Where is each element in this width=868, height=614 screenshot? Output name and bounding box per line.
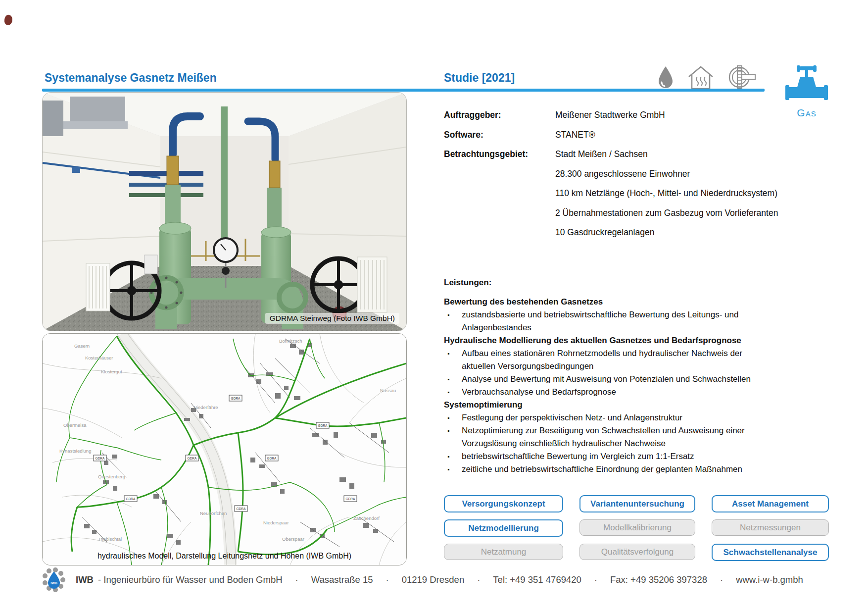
tag-label: Modellkalibrierung (603, 523, 672, 533)
media-icons (657, 64, 761, 90)
header-divider (42, 89, 765, 92)
footer-street: Wasastraße 15 (311, 574, 373, 585)
fact-value: 10 Gasdruckregelanlagen (555, 227, 810, 247)
tag-versorgungskonzept: Versorgungskonzept (444, 495, 563, 512)
service-item: betriebswirtschaftliche Bewertung im Ver… (444, 450, 773, 463)
svg-text:GDRA: GDRA (237, 507, 246, 511)
svg-text:Kosterhäuser: Kosterhäuser (85, 355, 113, 360)
tag-label: Versorgungskonzept (462, 499, 545, 509)
fact-value: Stadt Meißen / Sachsen (555, 149, 810, 169)
fact-value: 2 Übernahmestationen zum Gasbezug vom Vo… (555, 208, 810, 228)
svg-text:GDRA: GDRA (96, 457, 105, 460)
pipe-network-icon (727, 65, 756, 90)
svg-text:Klostergut: Klostergut (101, 369, 122, 374)
tag-label: Netzatmung (481, 547, 527, 557)
fact-label (444, 208, 555, 228)
tag-asset-management: Asset Management (712, 495, 829, 512)
corner-mark (3, 14, 13, 26)
service-group-title: Systemoptimierung (444, 399, 802, 411)
tag-netzatmung: Netzatmung (444, 544, 563, 560)
station-photo: GDRMA Steinweg (Foto IWB GmbH) (42, 92, 407, 331)
service-item: Analyse und Bewertung mit Ausweisung von… (444, 373, 773, 386)
svg-text:Nassau: Nassau (380, 388, 396, 393)
svg-text:Niederspaar: Niederspaar (263, 520, 289, 525)
svg-text:Zaschendorf: Zaschendorf (353, 515, 380, 521)
station-photo-illustration (43, 93, 406, 331)
fact-label: Betrachtungsgebiet: (444, 149, 555, 169)
reference-sheet-page: Systemanalyse Gasnetz Meißen Studie [202… (0, 0, 868, 614)
handwheel-right (312, 258, 365, 311)
study-year-label: Studie [2021] (444, 71, 515, 85)
radiator-right (357, 257, 387, 312)
svg-text:Bohnitzsch: Bohnitzsch (279, 338, 302, 344)
svg-text:Gasern: Gasern (74, 343, 90, 349)
tag-label: Asset Management (732, 499, 809, 509)
service-group-title: Hydraulische Modellierung des aktuellen … (444, 334, 802, 347)
footer-separator: · (295, 574, 298, 585)
footer-separator: · (477, 574, 480, 585)
page-title: Systemanalyse Gasnetz Meißen (45, 71, 217, 85)
svg-text:Triebischtal: Triebischtal (98, 536, 122, 542)
tag-variantenuntersuchung: Variantenuntersuchung (579, 495, 695, 512)
fact-label: Software: (444, 130, 555, 150)
tag-label: Qualitätsverfolgung (601, 547, 674, 557)
footer-tel: Tel: +49 351 4769420 (493, 574, 581, 585)
service-item: zustandsbasierte und betriebswirtschaftl… (444, 308, 773, 334)
footer-city: 01219 Dresden (402, 574, 465, 585)
network-map: GDRA GDRA GDRA GDRA GDRA GDRA GDRA GDRA … (42, 333, 407, 565)
svg-text:Niederfähre: Niederfähre (193, 405, 218, 410)
wall-box (145, 255, 157, 274)
fact-label (444, 188, 555, 208)
radiator-left (86, 263, 110, 311)
fact-value: 110 km Netzlänge (Hoch-, Mittel- und Nie… (555, 188, 810, 208)
svg-text:Neudörfchen: Neudörfchen (200, 511, 227, 516)
service-group-title: Bewertung des bestehenden Gasnetzes (444, 296, 802, 308)
tag-modellkalibrierung: Modellkalibrierung (579, 519, 695, 536)
svg-text:GDRA: GDRA (267, 457, 277, 460)
gas-valve-icon (784, 65, 829, 103)
competence-tags: Versorgungskonzept Variantenuntersuchung… (444, 495, 829, 561)
fact-label: Auftraggeber: (444, 110, 555, 130)
footer-fax: Fax: +49 35206 397328 (610, 574, 707, 585)
service-item: Verbrauchsanalyse und Bedarfsprognose (444, 386, 773, 399)
tag-label: Netzmessungen (740, 523, 801, 533)
svg-text:GDRA: GDRA (318, 424, 328, 427)
tag-schwachstellenanalyse: Schwachstellenanalyse (712, 544, 829, 561)
footer: IWB IWB - Ingenieurbüro für Wasser und B… (42, 566, 834, 594)
svg-text:GDRA: GDRA (231, 397, 241, 400)
services-heading: Leistungen: (444, 276, 802, 289)
service-item: Festlegung der perspektivischen Netz- un… (444, 411, 773, 424)
fact-value: Meißener Stadtwerke GmbH (555, 110, 810, 130)
svg-text:GDRA: GDRA (126, 497, 136, 501)
services-section: Leistungen: Bewertung des bestehenden Ga… (444, 276, 802, 476)
green-column-right (267, 188, 282, 233)
svg-text:IWB: IWB (50, 581, 57, 585)
network-map-illustration: GDRA GDRA GDRA GDRA GDRA GDRA GDRA GDRA … (43, 334, 406, 565)
footer-separator: · (720, 574, 723, 585)
tag-qualitaetsverfolgung: Qualitätsverfolgung (579, 544, 695, 560)
tag-label: Netzmodellierung (468, 523, 539, 533)
tag-netzmodellierung: Netzmodellierung (444, 519, 563, 537)
svg-text:Obermeisa: Obermeisa (63, 422, 87, 428)
svg-text:GDRA: GDRA (346, 497, 355, 501)
svg-text:Questenberg: Questenberg (98, 474, 125, 479)
svg-text:Oberspaar: Oberspaar (282, 536, 304, 542)
iwb-logo: IWB (42, 567, 67, 592)
tag-label: Variantenuntersuchung (590, 499, 684, 509)
fact-label (444, 227, 555, 247)
service-item: Aufbau eines stationären Rohrnetzmodells… (444, 347, 773, 373)
svg-text:GDRA: GDRA (188, 457, 197, 460)
map-caption: hydraulisches Modell, Darstellung Leitun… (43, 552, 406, 561)
footer-website-link[interactable]: www.i-w-b.gmbh (736, 574, 803, 585)
logo-drop (48, 571, 60, 589)
footer-company-name: - Ingenieurbüro für Wasser und Boden Gmb… (98, 574, 283, 585)
fact-value: STANET® (555, 130, 810, 150)
footer-separator: · (594, 574, 597, 585)
footer-company-abbr: IWB (76, 574, 94, 585)
tag-label: Schwachstellenanalyse (723, 548, 818, 558)
footer-separator: · (386, 574, 388, 585)
project-facts: Auftraggeber: Meißener Stadtwerke GmbH S… (444, 110, 810, 247)
service-item: zeitliche und betriebswirtschaftliche Ei… (444, 463, 773, 476)
service-item: Netzoptimierung zur Beseitigung von Schw… (444, 424, 773, 450)
fact-value: 28.300 angeschlossene Einwohner (555, 169, 810, 189)
